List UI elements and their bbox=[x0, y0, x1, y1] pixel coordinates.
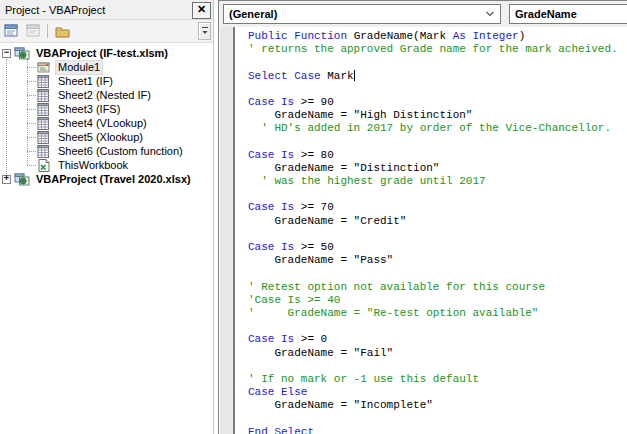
code-line[interactable]: GradeName = "Credit" bbox=[248, 215, 627, 228]
vba-editor: Project - VBAProject ✕ bbox=[0, 0, 627, 434]
code-line[interactable]: ' HD's added in 2017 by order of the Vic… bbox=[248, 122, 627, 135]
tree-item[interactable]: Sheet3 (IFS) bbox=[0, 102, 213, 116]
view-object-icon bbox=[26, 24, 41, 38]
vba-project-icon bbox=[14, 47, 31, 60]
tree-item[interactable]: −VBAProject (IF-test.xlsm) bbox=[0, 46, 213, 60]
code-text: >= 70 bbox=[294, 201, 334, 213]
code-line[interactable]: Case Else bbox=[248, 386, 627, 399]
view-object-button[interactable] bbox=[24, 23, 42, 40]
code-line[interactable]: GradeName = "Pass" bbox=[248, 254, 627, 267]
code-line[interactable]: Case Is >= 70 bbox=[248, 201, 627, 214]
code-line[interactable]: Public Function GradeName(Mark As Intege… bbox=[248, 30, 627, 43]
code-editor[interactable]: Public Function GradeName(Mark As Intege… bbox=[235, 27, 627, 434]
toolbar-options-button[interactable] bbox=[198, 22, 211, 40]
tree-item-label: Sheet4 (VLookup) bbox=[56, 117, 149, 130]
code-line[interactable]: Case Is >= 0 bbox=[248, 333, 627, 346]
sheet-icon bbox=[36, 131, 53, 144]
folder-icon bbox=[55, 25, 70, 38]
code-line[interactable] bbox=[248, 56, 627, 69]
keyword-text: Case Is bbox=[248, 201, 294, 213]
chevron-down-icon bbox=[485, 11, 495, 17]
procedure-dropdown-value: GradeName bbox=[515, 8, 577, 20]
view-code-button[interactable] bbox=[2, 23, 20, 40]
code-line[interactable] bbox=[248, 188, 627, 201]
keyword-text: Integer bbox=[472, 30, 518, 42]
text-caret bbox=[354, 70, 355, 81]
tree-item-label: VBAProject (Travel 2020.xlsx) bbox=[34, 173, 193, 186]
project-tree: −VBAProject (IF-test.xlsm)Module1Sheet1 … bbox=[0, 43, 213, 186]
vba-project-icon bbox=[14, 173, 31, 186]
expand-icon[interactable]: + bbox=[2, 175, 11, 184]
workbook-icon bbox=[36, 159, 53, 172]
code-line[interactable]: Case Is >= 90 bbox=[248, 96, 627, 109]
project-explorer-titlebar: Project - VBAProject ✕ bbox=[0, 0, 213, 20]
collapse-icon[interactable]: − bbox=[2, 49, 11, 58]
tree-item-label: Module1 bbox=[56, 61, 102, 74]
code-line[interactable] bbox=[248, 228, 627, 241]
code-text: Mark bbox=[321, 70, 354, 82]
tree-item[interactable]: Sheet4 (VLookup) bbox=[0, 116, 213, 130]
margin-indicator-bar[interactable] bbox=[219, 27, 235, 434]
tree-item[interactable]: Sheet1 (IF) bbox=[0, 74, 213, 88]
keyword-text: End Select bbox=[248, 426, 314, 434]
keyword-text: Case Is bbox=[248, 149, 294, 161]
code-line[interactable] bbox=[248, 267, 627, 280]
code-text: GradeName(Mark bbox=[347, 30, 453, 42]
tree-item[interactable]: ThisWorkbook bbox=[0, 158, 213, 172]
comment-text: ' HD's added in 2017 by order of the Vic… bbox=[248, 122, 611, 134]
keyword-text: Public Function bbox=[248, 30, 347, 42]
code-line[interactable]: GradeName = "High Distinction" bbox=[248, 109, 627, 122]
code-line[interactable]: GradeName = "Distinction" bbox=[248, 162, 627, 175]
object-dropdown[interactable]: (General) bbox=[223, 4, 501, 24]
code-line[interactable]: Case Is >= 50 bbox=[248, 241, 627, 254]
code-window: (General) GradeName Public Function Grad… bbox=[218, 0, 627, 434]
tree-item-label: Sheet6 (Custom function) bbox=[56, 145, 185, 158]
keyword-text: Case Is bbox=[248, 241, 294, 253]
code-line[interactable]: ' GradeName = "Re-test option available" bbox=[248, 307, 627, 320]
code-text: GradeName = "Fail" bbox=[248, 347, 393, 359]
code-line[interactable]: ' If no mark or -1 use this default bbox=[248, 373, 627, 386]
close-icon[interactable]: ✕ bbox=[192, 2, 211, 19]
code-text: GradeName = "High Distinction" bbox=[248, 109, 472, 121]
code-text: >= 50 bbox=[294, 241, 334, 253]
tree-item[interactable]: Module1 bbox=[0, 60, 213, 74]
tree-item[interactable]: Sheet6 (Custom function) bbox=[0, 144, 213, 158]
toggle-folders-button[interactable] bbox=[53, 23, 71, 40]
project-explorer-toolbar bbox=[0, 20, 213, 43]
tree-item[interactable]: Sheet5 (Xlookup) bbox=[0, 130, 213, 144]
code-text: GradeName = "Pass" bbox=[248, 254, 393, 266]
code-line[interactable]: End Select bbox=[248, 426, 627, 434]
code-line[interactable]: ' returns the approved Grade name for th… bbox=[248, 43, 627, 56]
keyword-text: Case Is bbox=[248, 96, 294, 108]
code-line[interactable]: Select Case Mark bbox=[248, 70, 627, 83]
code-line[interactable]: GradeName = "Fail" bbox=[248, 347, 627, 360]
code-text: GradeName = "Distinction" bbox=[248, 162, 439, 174]
code-line[interactable]: ' was the highest grade until 2017 bbox=[248, 175, 627, 188]
keyword-text: As bbox=[453, 30, 466, 42]
toolbar-separator bbox=[47, 24, 48, 38]
view-code-icon bbox=[4, 24, 19, 38]
code-line[interactable] bbox=[248, 412, 627, 425]
code-body: Public Function GradeName(Mark As Intege… bbox=[219, 27, 627, 434]
code-line[interactable] bbox=[248, 360, 627, 373]
code-line[interactable] bbox=[248, 320, 627, 333]
code-line[interactable] bbox=[248, 83, 627, 96]
code-line[interactable]: 'Case Is >= 40 bbox=[248, 294, 627, 307]
code-text: >= 90 bbox=[294, 96, 334, 108]
comment-text: ' Retest option not available for this c… bbox=[248, 281, 545, 293]
keyword-text: Case Is bbox=[248, 333, 294, 345]
code-window-header: (General) GradeName bbox=[219, 1, 627, 27]
code-line[interactable]: Case Is >= 80 bbox=[248, 149, 627, 162]
code-line[interactable]: ' Retest option not available for this c… bbox=[248, 281, 627, 294]
tree-item[interactable]: +VBAProject (Travel 2020.xlsx) bbox=[0, 172, 213, 186]
procedure-dropdown[interactable]: GradeName bbox=[509, 4, 627, 24]
code-line[interactable]: GradeName = "Incomplete" bbox=[248, 399, 627, 412]
comment-text: 'Case Is >= 40 bbox=[248, 294, 340, 306]
tree-item-label: Sheet1 (IF) bbox=[56, 75, 115, 88]
sheet-icon bbox=[36, 117, 53, 130]
code-line[interactable] bbox=[248, 136, 627, 149]
sheet-icon bbox=[36, 103, 53, 116]
project-explorer-panel: Project - VBAProject ✕ bbox=[0, 0, 214, 434]
tree-item-label: Sheet3 (IFS) bbox=[56, 103, 122, 116]
tree-item[interactable]: Sheet2 (Nested IF) bbox=[0, 88, 213, 102]
